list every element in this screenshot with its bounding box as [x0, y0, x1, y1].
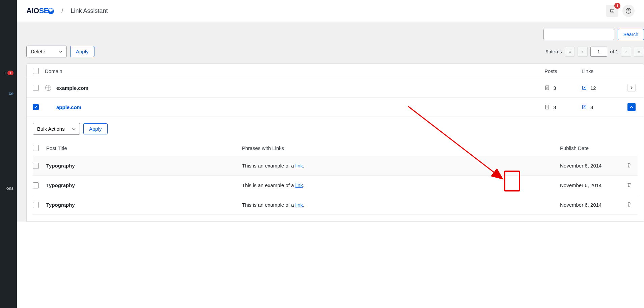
- domain-row: apple.com 3 3: [27, 98, 644, 117]
- expand-button[interactable]: [627, 84, 636, 92]
- phrase-link[interactable]: link: [295, 202, 303, 208]
- links-table: Post Title Phrases with Links Publish Da…: [33, 142, 638, 215]
- phrase-link[interactable]: link: [295, 182, 303, 188]
- post-title: Typography: [46, 182, 242, 188]
- domain-name-link[interactable]: apple.com: [56, 104, 81, 110]
- logo-aio: AIO: [26, 6, 39, 15]
- delete-link-button[interactable]: [626, 162, 632, 169]
- search-input[interactable]: [543, 29, 614, 40]
- toolbar-row: Delete Apply 9 items « ‹ of 1 › »: [26, 46, 644, 63]
- apple-icon: [45, 104, 52, 110]
- gear-icon: [48, 8, 54, 14]
- help-button[interactable]: [622, 5, 635, 17]
- domain-row: example.com 3 12: [27, 78, 644, 98]
- col-header-title: Post Title: [46, 145, 242, 151]
- link-row: Typography This is an example of a link.…: [33, 195, 638, 215]
- search-row: Search: [26, 22, 644, 46]
- trash-icon: [626, 162, 632, 168]
- sub-bulk-wrap: Bulk Actions: [33, 123, 80, 135]
- bulk-action-select[interactable]: Delete: [26, 46, 67, 57]
- phrase-post: .: [303, 182, 304, 188]
- domains-table: Domain Posts Links example.com 3: [26, 63, 644, 222]
- logo-wrap: AIOSE / Link Assistant: [26, 6, 108, 15]
- chevron-right-icon: [629, 86, 634, 90]
- help-icon: [625, 7, 632, 14]
- link-row: Typography This is an example of a link.…: [33, 176, 638, 195]
- link-row-checkbox[interactable]: [33, 163, 39, 169]
- phrase-pre: This is an example of a: [242, 163, 295, 169]
- phrase-cell: This is an example of a link.: [242, 202, 560, 208]
- content-body: Search Delete Apply 9 items « ‹ of 1 › »: [17, 22, 644, 222]
- page-number-input[interactable]: [590, 47, 607, 57]
- phrase-pre: This is an example of a: [242, 182, 295, 188]
- main-area: AIOSE / Link Assistant 1 Search Delete: [17, 0, 644, 308]
- col-header-links: Links: [582, 68, 625, 74]
- trash-icon: [626, 201, 632, 207]
- publish-date: November 6, 2014: [560, 163, 621, 169]
- delete-link-button[interactable]: [626, 182, 632, 189]
- col-header-phrases: Phrases with Links: [242, 145, 560, 151]
- link-row: Typography This is an example of a link.…: [33, 156, 638, 176]
- page-prev-button[interactable]: ‹: [578, 47, 588, 57]
- sidebar-label-2: ce: [9, 91, 13, 96]
- sub-bulk-select[interactable]: Bulk Actions: [33, 123, 80, 135]
- pagination: 9 items « ‹ of 1 › »: [546, 47, 644, 57]
- top-header: AIOSE / Link Assistant 1: [17, 0, 644, 22]
- apply-button-sub[interactable]: Apply: [83, 123, 108, 134]
- inbox-icon: [610, 8, 615, 14]
- page-first-button[interactable]: «: [565, 47, 575, 57]
- logo: AIOSE: [26, 6, 54, 15]
- item-count: 9 items: [546, 49, 562, 54]
- sidebar-item-1[interactable]: r 1: [0, 68, 17, 78]
- post-title: Typography: [46, 202, 242, 208]
- links-table-header: Post Title Phrases with Links Publish Da…: [33, 142, 638, 156]
- document-icon: [544, 85, 550, 91]
- col-header-date: Publish Date: [560, 145, 621, 151]
- external-link-icon: [582, 104, 587, 110]
- collapse-button[interactable]: [627, 103, 636, 111]
- sidebar-badge: 1: [7, 71, 13, 75]
- svg-rect-0: [611, 9, 614, 12]
- external-link-icon: [582, 85, 587, 91]
- post-title: Typography: [46, 163, 242, 169]
- page-title: Link Assistant: [71, 7, 108, 15]
- sidebar-item-3[interactable]: ons: [0, 183, 17, 194]
- bulk-action-wrap: Delete: [26, 46, 67, 57]
- domains-table-header: Domain Posts Links: [27, 64, 644, 78]
- link-row-checkbox[interactable]: [33, 182, 39, 188]
- links-select-all-checkbox[interactable]: [33, 145, 39, 151]
- notifications-button[interactable]: 1: [606, 5, 618, 17]
- links-sub-panel: Bulk Actions Apply Post Title Phrases wi…: [27, 117, 644, 221]
- logo-se: SE: [39, 6, 49, 15]
- page-next-button[interactable]: ›: [621, 47, 631, 57]
- delete-link-button[interactable]: [626, 201, 632, 208]
- document-icon: [544, 104, 550, 110]
- row-checkbox[interactable]: [33, 104, 39, 110]
- page-of-text: of 1: [610, 49, 618, 54]
- select-all-checkbox[interactable]: [33, 68, 39, 74]
- chevron-up-icon: [629, 105, 634, 109]
- publish-date: November 6, 2014: [560, 202, 621, 208]
- link-row-checkbox[interactable]: [33, 202, 39, 208]
- wp-admin-sidebar: r 1 ce ons: [0, 0, 17, 308]
- svg-point-2: [628, 12, 629, 12]
- posts-count: 3: [553, 85, 556, 91]
- phrase-cell: This is an example of a link.: [242, 163, 560, 169]
- trash-icon: [626, 182, 632, 188]
- sub-toolbar: Bulk Actions Apply: [33, 123, 638, 135]
- col-header-domain: Domain: [45, 68, 544, 74]
- sidebar-label-3: ons: [6, 186, 13, 191]
- phrase-post: .: [303, 163, 304, 169]
- phrase-link[interactable]: link: [295, 163, 303, 169]
- header-actions: 1: [606, 5, 635, 17]
- notification-badge: 1: [614, 3, 620, 9]
- globe-icon: [45, 84, 52, 91]
- apply-button-top[interactable]: Apply: [70, 46, 94, 57]
- search-button[interactable]: Search: [618, 29, 644, 40]
- links-count: 3: [590, 104, 593, 110]
- domain-name: example.com: [56, 85, 88, 91]
- page-last-button[interactable]: »: [634, 47, 644, 57]
- sidebar-item-2[interactable]: ce: [0, 88, 17, 99]
- phrase-pre: This is an example of a: [242, 202, 295, 208]
- row-checkbox[interactable]: [33, 85, 39, 91]
